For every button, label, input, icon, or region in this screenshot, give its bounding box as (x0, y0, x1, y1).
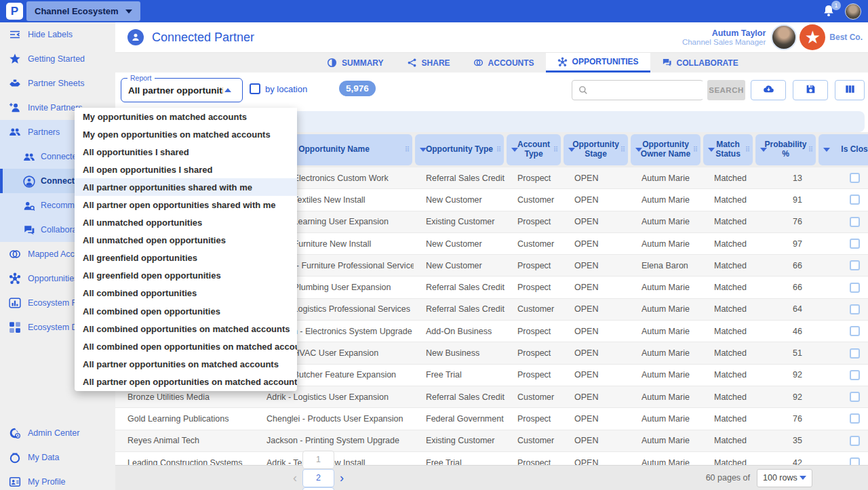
export-button[interactable] (751, 80, 786, 100)
drag-grip-icon[interactable]: ⠿ (553, 146, 558, 153)
is-closed-checkbox[interactable] (850, 392, 860, 402)
is-closed-checkbox[interactable] (850, 348, 860, 359)
cell-owner-name: Autum Marie (629, 342, 702, 363)
report-menu-item[interactable]: My opportunities on matched accounts (75, 108, 297, 125)
is-closed-checkbox[interactable] (850, 304, 860, 314)
drag-grip-icon[interactable]: ⠿ (745, 146, 750, 153)
by-location-label: by location (265, 84, 307, 94)
cell-opportunity-stage: OPEN (562, 452, 629, 465)
cell-opportunity-stage: OPEN (562, 321, 629, 342)
drag-grip-icon[interactable]: ⠿ (620, 146, 625, 153)
cell-is-closed (817, 386, 868, 407)
column-header[interactable]: Opportunity Owner Name ⠿ (629, 132, 702, 167)
report-menu-item[interactable]: All partner opportunities shared with me (75, 178, 297, 196)
cell-probability: 42 (754, 452, 817, 465)
sidebar-item-hide-labels[interactable]: Hide Labels (0, 22, 115, 47)
column-header[interactable]: Opportunity Stage ⠿ (562, 132, 629, 167)
search-button[interactable]: SEARCH (707, 80, 745, 100)
is-closed-checkbox[interactable] (850, 326, 860, 336)
toolbar: Report All partner opportuniti... by loc… (115, 73, 868, 110)
drag-grip-icon[interactable]: ⠿ (693, 146, 698, 153)
drag-grip-icon[interactable]: ⠿ (405, 146, 410, 153)
is-closed-checkbox[interactable] (850, 173, 860, 183)
page-button[interactable]: 3 (302, 487, 334, 490)
report-menu-item[interactable]: All combined open opportunities (75, 302, 297, 320)
report-menu-item[interactable]: All combined opportunities (75, 285, 297, 302)
by-location-checkbox[interactable]: by location (250, 83, 307, 94)
table-row[interactable]: Gold Learning Publications Chenglei - Pr… (115, 408, 868, 430)
column-header[interactable]: Match Status ⠿ (702, 132, 754, 167)
table-row[interactable]: Reyes Animal Tech Jackson - Printing Sys… (115, 430, 868, 452)
report-menu-item[interactable]: All partner opportunities on matched acc… (75, 355, 297, 373)
column-header[interactable]: Probability % ⠿ (754, 132, 817, 167)
rows-per-page-select[interactable]: 100 rows (757, 469, 812, 487)
tab-summary[interactable]: SUMMARY (315, 53, 395, 73)
drag-grip-icon[interactable]: ⠿ (496, 146, 501, 153)
checkbox[interactable] (250, 83, 260, 94)
search-input[interactable] (592, 81, 711, 99)
tab-collaborate[interactable]: COLLABORATE (650, 53, 750, 73)
id-card-icon (9, 476, 21, 488)
workspace-selector[interactable]: Channel Ecosystem (26, 1, 140, 21)
page-button[interactable]: 1 (302, 451, 334, 469)
cell-probability: 64 (754, 299, 817, 320)
sidebar-item-admin-center[interactable]: Admin Center (0, 421, 115, 445)
report-menu-item[interactable]: All combined opportunities on matched ac… (75, 320, 297, 338)
columns-button[interactable] (835, 80, 865, 100)
is-closed-checkbox[interactable] (850, 260, 860, 270)
cell-probability: 66 (754, 277, 817, 298)
report-menu-item[interactable]: All partner open opportunities shared wi… (75, 196, 297, 213)
report-menu-item[interactable]: All open opportunities I shared (75, 161, 297, 178)
is-closed-checkbox[interactable] (850, 436, 860, 446)
report-select[interactable]: Report All partner opportuniti... (121, 78, 243, 102)
sidebar-item-getting-started[interactable]: Getting Started (0, 47, 115, 71)
is-closed-checkbox[interactable] (850, 239, 860, 249)
cell-opportunity-type: New Customer (414, 255, 505, 276)
is-closed-checkbox[interactable] (850, 370, 860, 380)
is-closed-checkbox[interactable] (850, 413, 860, 424)
page-button[interactable]: 2 (302, 469, 334, 487)
report-menu-item[interactable]: All combined open opportunities on match… (75, 338, 297, 355)
save-floppy-icon (805, 83, 816, 98)
drag-grip-icon[interactable]: ⠿ (808, 146, 813, 153)
cell-account-type: Prospect (505, 452, 562, 465)
people-icon (23, 151, 34, 162)
search-box[interactable] (572, 80, 703, 100)
column-header[interactable]: Account Type ⠿ (505, 132, 562, 167)
top-bar: P Channel Ecosystem 1 (0, 0, 868, 22)
cell-account-type: Prospect (505, 342, 562, 363)
is-closed-checkbox[interactable] (850, 283, 860, 293)
report-menu-item[interactable]: All unmatched open opportunities (75, 232, 297, 249)
is-closed-checkbox[interactable] (850, 457, 860, 465)
table-row[interactable]: Leading Construction Systems Adrik - Tex… (115, 452, 868, 465)
save-button[interactable] (793, 80, 828, 100)
is-closed-checkbox[interactable] (850, 195, 860, 205)
report-menu-item[interactable]: All opportunities I shared (75, 143, 297, 161)
tab-share[interactable]: SHARE (395, 53, 462, 73)
report-menu-item[interactable]: My open opportunities on matched account… (75, 125, 297, 143)
cell-opportunity-type: New Business (414, 342, 505, 363)
column-header[interactable]: Opportunity Type ⠿ (414, 132, 505, 167)
next-page-chevron-icon[interactable]: › (340, 472, 344, 484)
report-menu-item[interactable]: All greenfield open opportunities (75, 267, 297, 285)
cell-account-type: Customer (505, 299, 562, 320)
notifications-button[interactable]: 1 (822, 4, 837, 19)
is-closed-checkbox[interactable] (850, 217, 860, 227)
tab-opportunities[interactable]: OPPORTUNITIES (546, 53, 650, 73)
column-header[interactable]: Is Clos ⠿ (817, 132, 868, 167)
prev-page-chevron-icon[interactable]: ‹ (293, 472, 297, 484)
report-menu-item[interactable]: All greenfield opportunities (75, 249, 297, 267)
sidebar-item-my-data[interactable]: My Data (0, 445, 115, 470)
report-menu-item[interactable]: All unmatched opportunities (75, 214, 297, 232)
report-select-label: Report (127, 74, 155, 82)
user-avatar[interactable] (845, 3, 861, 20)
user-photo-avatar[interactable] (771, 24, 797, 50)
cell-owner-name: Autum Marie (629, 299, 702, 320)
cell-opportunity-type: Add-On Business (414, 321, 505, 342)
sidebar-item-my-profile[interactable]: My Profile (0, 470, 115, 490)
cell-opportunity-name: Chenglei - Products User Expansion (254, 408, 414, 429)
tab-accounts[interactable]: ACCOUNTS (462, 53, 546, 73)
sidebar-item-partner-sheets[interactable]: Partner Sheets (0, 71, 115, 96)
report-menu-item[interactable]: All partner open opportunities on matche… (75, 373, 297, 390)
venn-circles-icon (473, 58, 484, 68)
